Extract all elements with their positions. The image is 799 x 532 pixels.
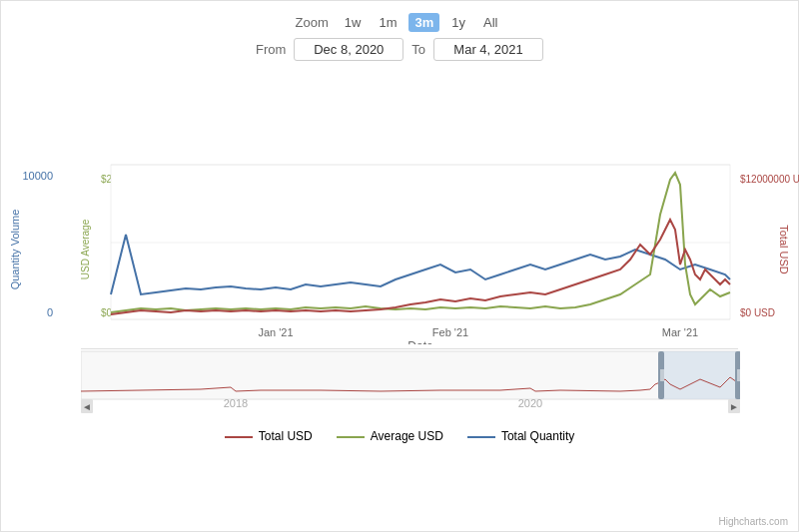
legend-label-total-usd: Total USD [259, 429, 313, 443]
zoom-all[interactable]: All [477, 13, 503, 32]
navigator-svg: 2018 2020 ◄ ► [81, 349, 740, 417]
legend-label-avg-usd: Average USD [371, 429, 443, 443]
nav-left-arrow[interactable]: ◄ [82, 401, 92, 412]
highcharts-credit: Highcharts.com [719, 516, 788, 527]
legend-line-total-qty [467, 436, 495, 438]
legend-total-usd: Total USD [225, 429, 313, 443]
zoom-1w[interactable]: 1w [339, 13, 368, 32]
x-label-feb: Feb '21 [432, 326, 468, 338]
nav-label-2018: 2018 [224, 397, 248, 409]
from-date-input[interactable] [294, 38, 403, 61]
chart-container: Zoom 1w 1m 3m 1y All From To 10000 0 Qua… [0, 0, 799, 532]
from-label: From [256, 42, 286, 57]
y-left-bottom: 0 [47, 306, 53, 318]
y-right-title: Total USD [778, 225, 790, 274]
legend-total-qty: Total Quantity [467, 429, 574, 443]
zoom-controls: Zoom 1w 1m 3m 1y All [1, 1, 798, 38]
y-right-top: $12000000 USD [740, 174, 799, 185]
zoom-1y[interactable]: 1y [445, 13, 471, 32]
zoom-3m[interactable]: 3m [408, 13, 439, 32]
nav-label-2020: 2020 [518, 397, 542, 409]
plot-area [111, 165, 730, 319]
x-axis-title: Date [407, 339, 433, 344]
navigator-container: 2018 2020 ◄ ► [81, 348, 738, 421]
date-range-controls: From To [1, 38, 798, 61]
legend-line-total-usd [225, 436, 253, 438]
legend-line-avg-usd [337, 436, 365, 438]
y-left-title: Quantity Volume [9, 210, 21, 290]
y-right-bottom: $0 USD [740, 307, 775, 318]
legend-label-total-qty: Total Quantity [501, 429, 574, 443]
zoom-label: Zoom [296, 15, 329, 30]
y-left-top: 10000 [22, 170, 53, 182]
zoom-1m[interactable]: 1m [373, 13, 402, 32]
x-label-mar: Mar '21 [662, 326, 698, 338]
to-label: To [411, 42, 425, 57]
nav-right-arrow[interactable]: ► [729, 401, 739, 412]
main-chart-svg: 10000 0 Quantity Volume $2400 USD $0 USD… [1, 65, 799, 344]
to-date-input[interactable] [433, 38, 543, 61]
usd-avg-label: USD Average [80, 219, 91, 279]
svg-rect-3 [81, 351, 740, 399]
x-label-jan: Jan '21 [258, 326, 293, 338]
legend-avg-usd: Average USD [337, 429, 443, 443]
navigator-selection [660, 351, 740, 399]
chart-legend: Total USD Average USD Total Quantity [1, 421, 798, 447]
